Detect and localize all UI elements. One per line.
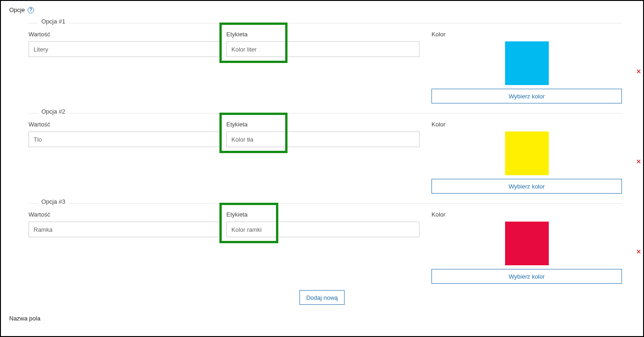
value-input[interactable] (29, 41, 222, 57)
add-row: Dodaj nową (9, 290, 635, 305)
label-label: Etykieta (226, 211, 420, 218)
label-input[interactable] (226, 222, 420, 237)
label-input[interactable] (226, 41, 420, 57)
value-column: Wartość (29, 121, 222, 147)
value-label: Wartość (29, 31, 222, 38)
options-panel: Opcje ? Opcja #1 Wartość Etykieta Kolor … (0, 0, 644, 337)
pick-color-button[interactable]: Wybierz kolor (431, 269, 622, 284)
label-column: Etykieta (226, 31, 420, 57)
value-input[interactable] (29, 222, 222, 237)
close-icon[interactable]: ✕ (636, 69, 641, 74)
color-swatch (505, 222, 549, 265)
options-title: Opcje (9, 6, 25, 13)
color-swatch (505, 131, 549, 175)
close-icon[interactable]: ✕ (636, 159, 641, 165)
color-column: Kolor Wybierz kolor (431, 31, 622, 103)
color-label: Kolor (431, 31, 622, 38)
color-swatch (505, 41, 549, 85)
value-input[interactable] (29, 131, 222, 147)
label-label: Etykieta (226, 31, 420, 38)
option-legend: Opcja #2 (29, 110, 622, 116)
option-block: Opcja #3 Wartość Etykieta Kolor Wybierz … (9, 200, 635, 284)
option-legend-text: Opcja #2 (38, 108, 69, 115)
field-name-label: Nazwa pola (9, 315, 635, 322)
option-block: Opcja #2 Wartość Etykieta Kolor Wybierz … (9, 110, 635, 194)
option-legend-text: Opcja #3 (38, 198, 69, 205)
option-legend: Opcja #1 (29, 20, 622, 26)
option-legend: Opcja #3 (29, 200, 622, 206)
pick-color-button[interactable]: Wybierz kolor (431, 179, 622, 194)
value-label: Wartość (29, 121, 222, 128)
pick-color-button[interactable]: Wybierz kolor (431, 89, 622, 103)
color-label: Kolor (431, 121, 622, 128)
help-icon[interactable]: ? (28, 7, 34, 13)
color-column: Kolor Wybierz kolor (431, 211, 622, 284)
option-legend-text: Opcja #1 (38, 18, 69, 25)
add-new-button[interactable]: Dodaj nową (299, 290, 345, 305)
options-header: Opcje ? (9, 6, 635, 13)
label-column: Etykieta (226, 121, 420, 147)
value-label: Wartość (29, 211, 222, 218)
value-column: Wartość (29, 31, 222, 57)
value-column: Wartość (29, 211, 222, 237)
color-label: Kolor (431, 211, 622, 218)
option-block: Opcja #1 Wartość Etykieta Kolor Wybierz … (9, 20, 635, 103)
label-label: Etykieta (226, 121, 420, 128)
color-column: Kolor Wybierz kolor (431, 121, 622, 194)
close-icon[interactable]: ✕ (636, 249, 641, 255)
label-column: Etykieta (226, 211, 420, 237)
label-input[interactable] (226, 131, 420, 147)
